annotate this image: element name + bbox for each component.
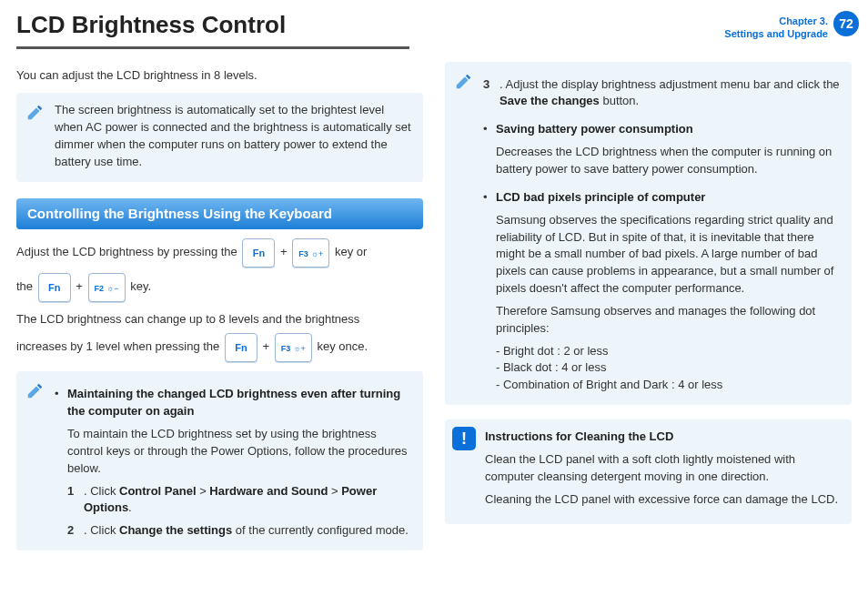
key-or: key or: [335, 245, 367, 258]
left-column: You can adjust the LCD brightness in 8 l…: [16, 62, 423, 566]
step3-number: 3: [483, 76, 500, 111]
right-column: 3 . Adjust the display brightness adjust…: [445, 62, 852, 566]
step2-text: . Click Change the settings of the curre…: [84, 522, 409, 540]
badpx-heading: LCD bad pixels principle of computer: [496, 190, 705, 204]
step-2: 2 . Click Change the settings of the cur…: [67, 522, 412, 540]
battery-heading: Saving battery power consumption: [496, 122, 693, 136]
chapter-line2: Settings and Upgrade: [724, 28, 828, 39]
content-columns: You can adjust the LCD brightness in 8 l…: [0, 49, 868, 566]
badpx-p1: Samsung observes the specifications rega…: [496, 212, 841, 298]
maintain-note: Maintaining the changed LCD brightness e…: [16, 371, 423, 550]
levels-line1: The LCD brightness can change up to 8 le…: [16, 311, 423, 328]
step3-text: . Adjust the display brightness adjustme…: [500, 76, 841, 111]
auto-brightness-note: The screen brightness is automatically s…: [16, 93, 423, 181]
battery-bullet: Saving battery power consumption Decreas…: [483, 121, 841, 178]
right-note-body: 3 . Adjust the display brightness adjust…: [483, 76, 841, 395]
plus-sign: +: [280, 245, 290, 258]
badpx-l1: - Bright dot : 2 or less: [496, 343, 841, 360]
battery-body: Decreases the LCD brightness when the co…: [496, 144, 841, 178]
adjust-pre: Adjust the LCD brightness by pressing th…: [16, 245, 240, 258]
adjust-line2: the Fn + F2☼− key.: [16, 273, 423, 302]
plus-sign-3: +: [263, 340, 273, 354]
step1-text: . Click Control Panel > Hardware and Sou…: [84, 483, 412, 518]
step-1: 1 . Click Control Panel > Hardware and S…: [67, 483, 412, 518]
f3-up-key-2: F3☼+: [275, 333, 312, 362]
cleaning-warning: ! Instructions for Cleaning the LCD Clea…: [445, 419, 852, 524]
fn-key-3: Fn: [225, 333, 257, 362]
clean-heading: Instructions for Cleaning the LCD: [485, 429, 673, 443]
fn-key: Fn: [242, 238, 275, 268]
breadcrumb: Chapter 3. Settings and Upgrade: [724, 11, 828, 41]
header: LCD Brightness Control Chapter 3. Settin…: [0, 0, 868, 43]
clean-p2: Cleaning the LCD panel with excessive fo…: [485, 491, 841, 509]
maintain-heading: Maintaining the changed LCD brightness e…: [67, 387, 400, 418]
maintain-bullet: Maintaining the changed LCD brightness e…: [55, 386, 412, 540]
auto-brightness-text: The screen brightness is automatically s…: [55, 103, 411, 168]
f3-up-key: F3☼+: [292, 238, 329, 268]
clean-p1: Clean the LCD panel with a soft cloth li…: [485, 451, 841, 486]
warning-icon: !: [452, 427, 476, 450]
note-icon: [25, 102, 45, 122]
plus-sign-2: +: [76, 279, 86, 293]
right-note: 3 . Adjust the display brightness adjust…: [445, 62, 852, 406]
badpx-p2: Therefore Samsung observes and manages t…: [496, 303, 841, 338]
levels-post-pre: increases by 1 level when pressing the: [16, 340, 223, 354]
the-word: the: [16, 279, 36, 293]
adjust-line1: Adjust the LCD brightness by pressing th…: [16, 238, 423, 268]
fn-key-2: Fn: [38, 273, 71, 302]
levels-line2: increases by 1 level when pressing the F…: [16, 333, 423, 362]
intro-text: You can adjust the LCD brightness in 8 l…: [16, 67, 423, 85]
step2-number: 2: [67, 522, 84, 540]
section-heading: Controlling the Brightness Using the Key…: [16, 198, 423, 229]
maintain-body: To maintain the LCD brightness set by us…: [67, 426, 412, 478]
badpx-l3: - Combination of Bright and Dark : 4 or …: [496, 377, 841, 394]
key-once: key once.: [317, 340, 368, 354]
f2-down-key: F2☼−: [88, 273, 126, 302]
step-3: 3 . Adjust the display brightness adjust…: [483, 76, 841, 111]
badpx-l2: - Black dot : 4 or less: [496, 359, 841, 377]
note-icon-2: [25, 380, 45, 400]
step1-number: 1: [67, 483, 84, 518]
key-period: key.: [130, 279, 151, 293]
badpx-bullet: LCD bad pixels principle of computer Sam…: [483, 189, 841, 394]
page-number-badge: 72: [833, 11, 859, 36]
chapter-line1: Chapter 3.: [779, 15, 828, 26]
note-icon-3: [454, 71, 474, 91]
page-title: LCD Brightness Control: [16, 11, 724, 39]
